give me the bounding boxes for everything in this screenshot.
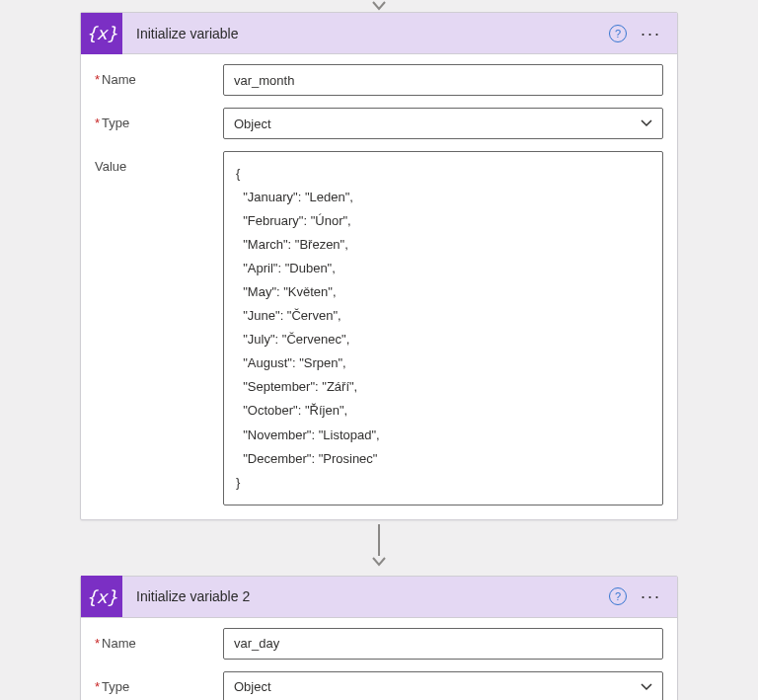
value-label: Value [95,151,223,174]
chevron-down-icon [641,119,652,127]
action-title: Initialize variable 2 [122,588,609,604]
action-card-header[interactable]: {x} Initialize variable 2 ? ··· [81,577,677,618]
action-card-header[interactable]: {x} Initialize variable ? ··· [81,13,677,54]
more-menu-button[interactable]: ··· [637,583,665,609]
type-selected-value: Object [234,679,271,694]
action-title: Initialize variable [122,26,609,41]
value-textarea[interactable]: { "January": "Leden", "February": "Únor"… [223,151,663,506]
type-label: *Type [95,108,223,130]
help-button[interactable]: ? [609,25,627,42]
action-card-initialize-variable: {x} Initialize variable ? ··· *Name *Typ… [80,12,678,520]
connector-arrow-icon [371,524,387,568]
type-select[interactable]: Object [223,671,663,700]
name-input[interactable] [223,628,663,660]
help-button[interactable]: ? [609,587,627,605]
name-input[interactable] [223,64,663,96]
arrow-head-top-icon [371,0,387,12]
action-card-initialize-variable-2: {x} Initialize variable 2 ? ··· *Name *T… [80,576,678,700]
variable-action-icon: {x} [81,576,122,617]
type-select[interactable]: Object [223,108,663,139]
more-menu-button[interactable]: ··· [637,21,665,46]
type-selected-value: Object [234,117,271,131]
action-card-body: *Name *Type Object Value [81,618,677,700]
type-label: *Type [95,671,223,694]
variable-action-icon: {x} [81,13,122,54]
chevron-down-icon [641,683,652,691]
action-card-body: *Name *Type Object Value [81,54,677,519]
name-label: *Name [95,628,223,651]
name-label: *Name [95,64,223,87]
